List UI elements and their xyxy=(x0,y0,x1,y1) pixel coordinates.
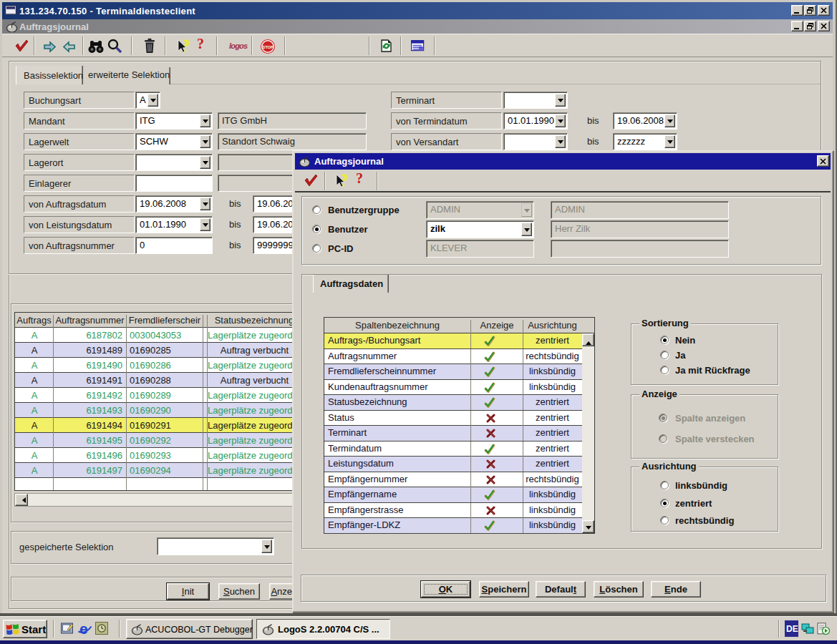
svg-text:STOP: STOP xyxy=(262,45,273,49)
svg-text:e: e xyxy=(79,622,88,636)
